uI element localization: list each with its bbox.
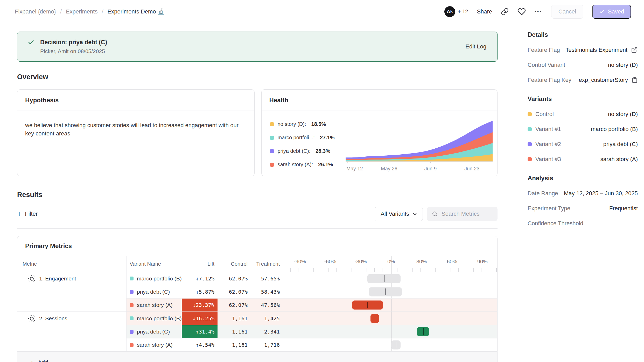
variant-row-2: Variant #2 priya debt (C) (528, 141, 638, 148)
share-button[interactable]: Share (477, 8, 492, 15)
cancel-button[interactable]: Cancel (551, 5, 583, 19)
confidence-interval-cell (283, 338, 497, 351)
variant-row-1: Variant #1 marco portfolio (B) (528, 126, 638, 133)
variant-row-3: Variant #3 sarah story (A) (528, 156, 638, 163)
legend-swatch-salmon (270, 163, 274, 167)
legend-item[interactable]: priya debt (C): 28.3% (270, 148, 346, 154)
saved-label: Saved (608, 8, 624, 15)
variant-value: marco portfolio (B) (591, 126, 638, 133)
experiment-type-label: Experiment Type (528, 205, 570, 212)
metric-cell[interactable]: 2. Sessions (17, 312, 127, 351)
col-treatment: Treatment (251, 256, 283, 272)
feature-flag-key-value: exp_customerStory (579, 77, 628, 83)
table-row[interactable]: priya debt (C) ↓5.87% 62.07% 58.43% (127, 285, 497, 298)
plus-icon: + (30, 359, 34, 362)
details-section: Details Feature Flag Testimonials Experi… (528, 31, 638, 83)
metric-group: 2. Sessions marco portfolio (B) ↓16.25% … (17, 312, 497, 351)
legend-value: 28.3% (316, 148, 330, 154)
analysis-section: Analysis Date Range May 12, 2025 – Jun 3… (528, 175, 638, 227)
lift-value: ↑31.4% (182, 325, 218, 338)
add-filter-button[interactable]: + Filter (17, 210, 38, 218)
axis-tick-label: -90% (294, 259, 306, 265)
legend-swatch-teal (270, 136, 274, 140)
health-card: Health no story (D): 18.5% marco portfol… (261, 89, 498, 176)
metric-cell[interactable]: 1. Engagement (17, 272, 127, 312)
svg-text:Jun 23: Jun 23 (464, 166, 479, 171)
lift-value: ↓23.37% (182, 299, 218, 312)
legend-item[interactable]: marco portfoli...: 27.1% (270, 135, 346, 141)
search-metrics-box[interactable] (427, 207, 498, 221)
treatment-value: 47.56% (251, 299, 283, 312)
table-row[interactable]: sarah story (A) ↓23.37% 62.07% 47.56% (127, 298, 497, 312)
variant-swatch-purple (528, 142, 532, 146)
variant-value: no story (D) (608, 111, 638, 118)
external-link-icon[interactable] (631, 47, 638, 53)
legend-item[interactable]: no story (D): 18.5% (270, 121, 346, 127)
metric-goal-icon (28, 315, 36, 323)
variant-name: marco portfolio (B) (137, 276, 182, 282)
favorite-heart-icon[interactable] (517, 8, 526, 16)
check-icon (599, 9, 605, 15)
experiment-type-row: Experiment Type Frequentist (528, 205, 638, 212)
variant-swatch (130, 330, 134, 334)
variant-name: marco portfolio (B) (137, 315, 182, 322)
search-metrics-input[interactable] (442, 211, 491, 217)
variant-label: Control (535, 111, 554, 118)
hypothesis-body: we believe that showing customer stories… (17, 111, 254, 138)
feature-flag-value[interactable]: Testimonials Experiment (566, 47, 627, 53)
lift-marker (385, 288, 386, 295)
overview-heading: Overview (17, 73, 498, 81)
decision-check-icon (28, 39, 34, 47)
table-row[interactable]: marco portfolio (B) ↓7.12% 62.07% 57.65% (127, 272, 497, 285)
collaborator-count[interactable]: + 12 (458, 9, 468, 15)
variant-name-cell: sarah story (A) (127, 338, 182, 351)
treatment-value: 57.65% (251, 272, 283, 285)
table-row[interactable]: priya debt (C) ↑31.4% 1,161 2,341 (127, 325, 497, 338)
confidence-interval-cell (283, 325, 497, 338)
edit-log-button[interactable]: Edit Log (465, 43, 486, 50)
copy-clipboard-icon[interactable] (632, 77, 638, 83)
variant-swatch-salmon (528, 157, 532, 161)
copy-link-icon[interactable] (501, 8, 509, 16)
metric-goal-icon (28, 275, 36, 283)
lift-axis: -90%-60%-30%0%30%60%90% (283, 256, 497, 272)
table-row[interactable]: sarah story (A) ↑4.54% 1,161 1,716 (127, 338, 497, 351)
zero-gridline (391, 325, 392, 338)
variant-value: priya debt (C) (603, 141, 638, 148)
decision-title: Decision: priya debt (C) (40, 39, 107, 46)
table-row[interactable]: marco portfolio (B) ↓16.25% 1,161 1,425 (127, 312, 497, 325)
axis-tick-label: 90% (477, 259, 488, 265)
breadcrumb-project[interactable]: Fixpanel {demo} (15, 8, 56, 15)
axis-tick-label: -30% (355, 259, 367, 265)
chevron-down-icon (413, 213, 417, 215)
more-options-icon[interactable]: ••• (535, 9, 542, 14)
variant-filter-dropdown[interactable]: All Variants (375, 207, 423, 221)
control-variant-label: Control Variant (528, 62, 565, 68)
main-panel: Decision: priya debt (C) Picker, Amit on… (0, 23, 517, 362)
variant-name-cell: marco portfolio (B) (127, 312, 182, 325)
treatment-value: 1,425 (251, 312, 283, 325)
plus-icon: + (17, 210, 21, 218)
confidence-interval-cell (283, 299, 497, 312)
legend-item[interactable]: sarah story (A): 26.1% (270, 162, 346, 168)
lift-value: ↓5.87% (182, 285, 218, 298)
col-metric: Metric (17, 256, 127, 272)
add-metric-button[interactable]: + Add (17, 351, 497, 362)
lift-marker (423, 328, 424, 335)
treatment-value: 58.43% (251, 285, 283, 298)
breadcrumb-experiments[interactable]: Experiments (66, 8, 97, 15)
avatar[interactable]: Ak (444, 6, 455, 17)
variant-swatch (130, 277, 134, 280)
zero-gridline (391, 256, 392, 272)
control-value: 1,161 (218, 325, 251, 338)
saved-button[interactable]: Saved (592, 5, 631, 19)
lift-marker (396, 342, 396, 348)
legend-label: marco portfoli...: (278, 135, 315, 141)
variant-name: priya debt (C) (137, 329, 170, 335)
topbar: Fixpanel {demo} / Experiments / Experime… (0, 0, 644, 23)
feature-flag-label: Feature Flag (528, 47, 560, 53)
decision-banner: Decision: priya debt (C) Picker, Amit on… (17, 32, 498, 62)
breadcrumb-separator: / (102, 8, 103, 15)
health-legend: no story (D): 18.5% marco portfoli...: 2… (270, 118, 346, 173)
legend-value: 27.1% (320, 135, 335, 141)
